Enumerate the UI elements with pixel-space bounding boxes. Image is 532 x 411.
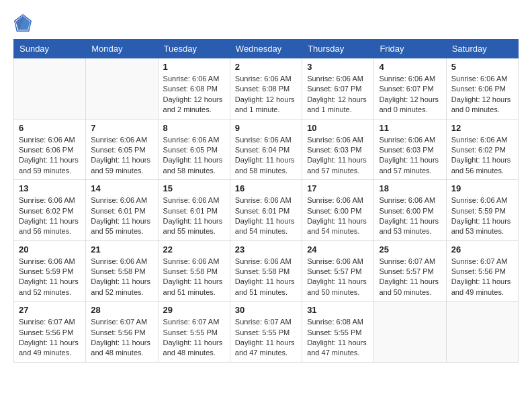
calendar-cell: 12Sunrise: 6:06 AMSunset: 6:02 PMDayligh… (446, 119, 518, 180)
cell-line: Sunset: 6:02 PM (451, 145, 513, 155)
logo (13, 13, 35, 32)
cell-line: Sunrise: 6:06 AM (163, 74, 225, 84)
calendar-cell: 9Sunrise: 6:06 AMSunset: 6:04 PMDaylight… (230, 119, 302, 180)
day-number: 4 (379, 62, 441, 72)
cell-line: Sunrise: 6:06 AM (235, 195, 297, 205)
cell-line: and 1 minute. (235, 105, 297, 115)
cell-line: Sunrise: 6:07 AM (235, 317, 297, 327)
cell-line: and 58 minutes. (235, 166, 297, 176)
cell-line: Sunset: 6:00 PM (379, 206, 441, 216)
cell-line: Daylight: 11 hours (379, 216, 441, 226)
cell-line: Sunrise: 6:06 AM (235, 74, 297, 84)
cell-line: Sunrise: 6:06 AM (307, 135, 369, 145)
cell-line: Sunset: 5:57 PM (307, 267, 369, 277)
cell-line: Sunrise: 6:07 AM (19, 317, 81, 327)
cell-line: Sunrise: 6:07 AM (91, 317, 152, 327)
cell-line: Daylight: 11 hours (163, 277, 225, 287)
calendar-cell: 20Sunrise: 6:06 AMSunset: 5:59 PMDayligh… (14, 240, 86, 302)
calendar-cell: 21Sunrise: 6:06 AMSunset: 5:58 PMDayligh… (86, 240, 158, 302)
calendar-cell: 15Sunrise: 6:06 AMSunset: 6:01 PMDayligh… (158, 180, 230, 241)
header-row: SundayMondayTuesdayWednesdayThursdayFrid… (14, 40, 519, 58)
cell-line: Daylight: 11 hours (91, 155, 152, 165)
calendar-cell: 10Sunrise: 6:06 AMSunset: 6:03 PMDayligh… (302, 119, 374, 180)
calendar-cell: 3Sunrise: 6:06 AMSunset: 6:07 PMDaylight… (302, 58, 374, 120)
day-number: 26 (451, 244, 513, 255)
cell-line: Sunset: 6:07 PM (379, 84, 441, 94)
cell-line: Sunset: 5:58 PM (235, 267, 297, 277)
cell-line: Sunset: 6:05 PM (91, 145, 152, 155)
cell-line: and 54 minutes. (235, 226, 297, 236)
cell-line: Sunset: 6:06 PM (19, 145, 81, 155)
cell-line: Sunrise: 6:06 AM (379, 195, 441, 205)
cell-line: Sunset: 5:58 PM (163, 267, 225, 277)
calendar-cell: 1Sunrise: 6:06 AMSunset: 6:08 PMDaylight… (158, 58, 230, 120)
cell-line: and 51 minutes. (235, 287, 297, 298)
cell-line: and 49 minutes. (451, 287, 513, 298)
calendar-cell: 22Sunrise: 6:06 AMSunset: 5:58 PMDayligh… (158, 240, 230, 302)
day-number: 15 (163, 183, 225, 193)
calendar-cell: 2Sunrise: 6:06 AMSunset: 6:08 PMDaylight… (230, 58, 302, 120)
cell-line: and 55 minutes. (163, 226, 225, 236)
cell-line: and 53 minutes. (451, 226, 513, 236)
cell-line: Sunset: 6:02 PM (19, 206, 81, 216)
day-number: 18 (379, 183, 441, 193)
day-number: 21 (91, 244, 152, 255)
week-row-5: 27Sunrise: 6:07 AMSunset: 5:56 PMDayligh… (14, 302, 519, 363)
cell-line: and 59 minutes. (91, 166, 152, 176)
cell-line: Sunset: 5:59 PM (451, 206, 513, 216)
cell-line: Sunrise: 6:06 AM (307, 74, 369, 84)
calendar-cell: 17Sunrise: 6:06 AMSunset: 6:00 PMDayligh… (302, 180, 374, 241)
day-number: 29 (163, 305, 225, 315)
day-number: 12 (451, 123, 513, 133)
cell-line: Sunrise: 6:06 AM (451, 195, 513, 205)
calendar-cell (14, 58, 86, 120)
calendar-cell: 6Sunrise: 6:06 AMSunset: 6:06 PMDaylight… (14, 119, 86, 180)
cell-line: Daylight: 11 hours (91, 277, 152, 287)
day-header-monday: Monday (86, 40, 158, 58)
cell-line: and 2 minutes. (163, 105, 225, 115)
page-header (13, 13, 519, 32)
cell-line: Sunrise: 6:06 AM (19, 257, 81, 267)
calendar-cell: 24Sunrise: 6:06 AMSunset: 5:57 PMDayligh… (302, 240, 374, 302)
cell-line: Sunrise: 6:06 AM (91, 257, 152, 267)
day-number: 19 (451, 183, 513, 193)
cell-line: Sunrise: 6:06 AM (235, 135, 297, 145)
cell-line: and 50 minutes. (379, 287, 441, 298)
cell-line: Sunset: 5:56 PM (19, 328, 81, 338)
cell-line: Daylight: 12 hours (307, 95, 369, 105)
calendar-cell: 25Sunrise: 6:07 AMSunset: 5:57 PMDayligh… (374, 240, 446, 302)
calendar-cell: 27Sunrise: 6:07 AMSunset: 5:56 PMDayligh… (14, 302, 86, 363)
cell-line: Daylight: 11 hours (235, 277, 297, 287)
calendar-cell: 23Sunrise: 6:06 AMSunset: 5:58 PMDayligh… (230, 240, 302, 302)
cell-line: Daylight: 11 hours (451, 216, 513, 226)
day-header-sunday: Sunday (14, 40, 86, 58)
cell-line: Sunrise: 6:06 AM (379, 135, 441, 145)
calendar-cell (374, 302, 446, 363)
day-number: 24 (307, 244, 369, 255)
day-number: 14 (91, 183, 152, 193)
day-number: 27 (19, 305, 81, 315)
cell-line: Daylight: 11 hours (307, 216, 369, 226)
cell-line: Sunset: 6:00 PM (307, 206, 369, 216)
calendar-cell (86, 58, 158, 120)
day-number: 25 (379, 244, 441, 255)
cell-line: Daylight: 11 hours (19, 216, 81, 226)
cell-line: Sunset: 5:58 PM (91, 267, 152, 277)
cell-line: Daylight: 11 hours (235, 338, 297, 348)
day-number: 2 (235, 62, 297, 72)
cell-line: Sunset: 6:01 PM (91, 206, 152, 216)
cell-line: and 47 minutes. (307, 348, 369, 358)
cell-line: and 49 minutes. (19, 348, 81, 358)
calendar-cell (446, 302, 518, 363)
calendar-cell: 28Sunrise: 6:07 AMSunset: 5:56 PMDayligh… (86, 302, 158, 363)
day-number: 20 (19, 244, 81, 255)
day-header-friday: Friday (374, 40, 446, 58)
day-number: 31 (307, 305, 369, 315)
cell-line: Daylight: 12 hours (451, 95, 513, 105)
cell-line: and 57 minutes. (379, 166, 441, 176)
cell-line: Sunset: 5:56 PM (451, 267, 513, 277)
cell-line: and 0 minutes. (379, 105, 441, 115)
day-number: 3 (307, 62, 369, 72)
calendar-cell: 11Sunrise: 6:06 AMSunset: 6:03 PMDayligh… (374, 119, 446, 180)
day-number: 13 (19, 183, 81, 193)
